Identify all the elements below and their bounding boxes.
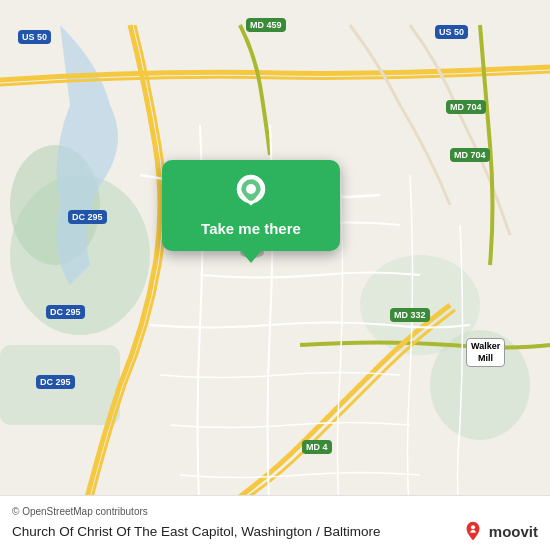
badge-dc295-bot: DC 295 (36, 375, 75, 389)
badge-dc295-top: DC 295 (68, 210, 107, 224)
moovit-text: moovit (489, 523, 538, 540)
popup-label: Take me there (201, 220, 301, 237)
svg-point-9 (471, 525, 475, 529)
moovit-pin-icon (462, 520, 484, 542)
place-name: Church Of Christ Of The East Capitol, Wa… (12, 520, 538, 542)
take-me-there-button[interactable]: Take me there (162, 160, 340, 251)
bottom-bar: © OpenStreetMap contributors Church Of C… (0, 495, 550, 550)
badge-us50-left: US 50 (18, 30, 51, 44)
map-container: US 50 US 50 MD 459 MD 704 MD 704 DC 295 … (0, 0, 550, 550)
moovit-logo: moovit (462, 520, 538, 542)
badge-md704-mid: MD 704 (450, 148, 490, 162)
map-svg (0, 0, 550, 550)
badge-md459: MD 459 (246, 18, 286, 32)
badge-us50-right: US 50 (435, 25, 468, 39)
svg-point-8 (246, 184, 256, 194)
badge-md704-top: MD 704 (446, 100, 486, 114)
location-pin-icon (232, 174, 270, 212)
badge-walker-mill: WalkerMill (466, 338, 505, 367)
badge-md332: MD 332 (390, 308, 430, 322)
attribution: © OpenStreetMap contributors (12, 506, 538, 517)
badge-md4: MD 4 (302, 440, 332, 454)
place-name-text: Church Of Christ Of The East Capitol, Wa… (12, 524, 462, 539)
badge-dc295-mid: DC 295 (46, 305, 85, 319)
